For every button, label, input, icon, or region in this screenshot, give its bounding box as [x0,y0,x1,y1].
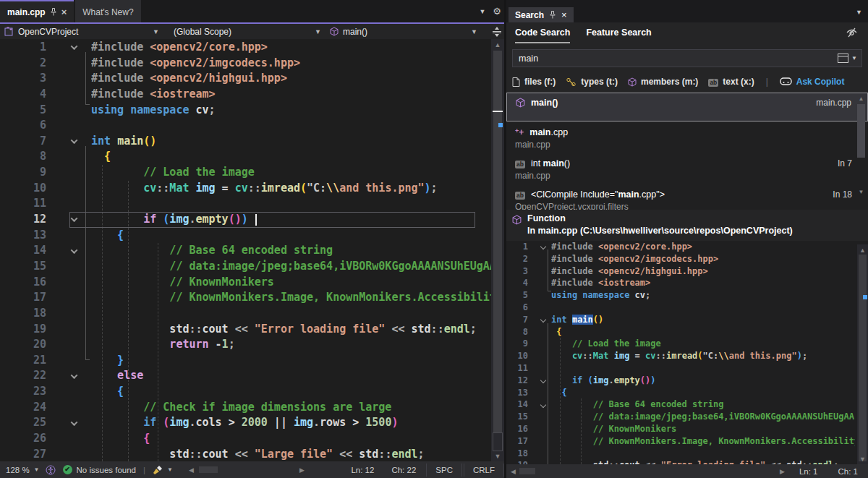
code-line-7[interactable]: 7int main() [506,314,855,326]
project-dropdown[interactable]: OpenCVProject ▼ [0,24,163,39]
code-editor[interactable]: 1#include <opencv2/core.hpp>2#include <o… [0,39,504,461]
code-line-7[interactable]: 7int main() [0,134,491,150]
scroll-right-icon[interactable]: ▶ [299,466,305,474]
search-result-row[interactable]: ab<ClCompile Include="main.cpp">In 18Ope… [506,185,868,210]
code-line-12[interactable]: 12if (img.empty()) [0,212,491,228]
scope-dropdown[interactable]: (Global Scope) ▼ [163,24,326,39]
fold-chevron-icon[interactable] [56,40,91,56]
code-line-14[interactable]: 14// Base 64 encoded string [506,398,855,411]
code-line-10[interactable]: 10cv::Mat img = cv::imread("C:\\and this… [0,181,491,197]
editor-vertical-scrollbar[interactable]: ▲ ▼ [491,39,504,461]
search-result-row[interactable]: ++main.cppmain.cpp [506,123,868,154]
scrollbar-thumb[interactable] [859,255,867,461]
code-line-17[interactable]: 17// KnownMonikers.Image, KnownMonikers.… [0,290,491,306]
code-line-3[interactable]: 3#include <opencv2/highgui.hpp> [0,71,491,87]
split-editor-handle[interactable] [493,27,504,37]
filter-files[interactable]: files (f:) [512,77,556,87]
code-line-1[interactable]: 1#include <opencv2/core.hpp> [0,40,491,56]
fold-chevron-icon[interactable] [56,243,91,259]
scroll-up-icon[interactable]: ▲ [856,95,867,102]
issues-status[interactable]: No issues found [77,466,136,474]
search-result-row[interactable]: main()main.cpp [506,93,868,121]
preview-visibility-icon[interactable] [846,27,858,38]
pin-icon[interactable] [50,8,57,16]
results-scrollbar[interactable]: ▲ ▼ [856,94,867,208]
fold-chevron-icon[interactable] [56,415,91,431]
chevron-down-icon[interactable]: ▼ [851,55,857,61]
tab-code-search[interactable]: Code Search [515,27,570,43]
scroll-down-icon[interactable]: ▼ [857,454,868,464]
scroll-right-icon[interactable]: ▶ [780,467,785,476]
code-line-18[interactable]: 18 [506,448,855,460]
tab-list-chevron-icon[interactable]: ▼ [479,8,485,15]
code-line-14[interactable]: 14// Base 64 encoded string [0,243,491,259]
code-line-12[interactable]: 12if (img.empty()) [506,375,855,387]
code-line-25[interactable]: 25if (img.cols > 2000 || img.rows > 1500… [0,415,491,431]
filter-text[interactable]: abtext (x:) [708,77,754,87]
code-line-22[interactable]: 22else [0,368,491,384]
scrollbar-thumb[interactable] [199,466,218,473]
close-icon[interactable]: × [561,9,567,20]
code-line-15[interactable]: 15// data:image/jpeg;base64,iVBORw0KGgoA… [506,411,855,423]
code-line-17[interactable]: 17// KnownMonikers.Image, KnownMonikers.… [506,435,855,448]
code-line-8[interactable]: 8{ [0,149,491,165]
scrollbar-thumb[interactable] [857,104,865,158]
scrollbar-thumb[interactable] [493,51,502,432]
cleanup-chevron-icon[interactable]: ▼ [164,466,179,473]
pin-icon[interactable] [549,11,556,19]
filter-members[interactable]: members (m:) [628,77,698,87]
code-cleanup-icon[interactable] [153,465,164,475]
gear-icon[interactable]: ⚙ [493,6,501,17]
code-line-21[interactable]: 21} [0,353,491,369]
preview-horizontal-scrollbar[interactable]: ◀ ▶ [511,467,785,476]
editor-horizontal-scrollbar[interactable]: ◀ ▶ [189,466,305,474]
zoom-level[interactable]: 128 % [0,466,34,474]
code-line-11[interactable]: 11 [0,196,491,212]
code-line-6[interactable]: 6 [0,118,491,134]
code-line-4[interactable]: 4#include <iostream> [506,277,855,289]
code-line-2[interactable]: 2#include <opencv2/imgcodecs.hpp> [506,253,855,265]
symbol-dropdown[interactable]: main() ▼ [326,24,482,39]
fold-chevron-icon[interactable] [535,314,551,326]
preview-vertical-scrollbar[interactable]: ▲ ▼ [857,244,868,464]
fold-chevron-icon[interactable] [56,212,91,228]
fold-chevron-icon[interactable] [535,241,551,253]
search-tool-tab[interactable]: Search × [509,7,574,22]
scroll-left-icon[interactable]: ◀ [511,467,516,476]
zoom-chevron-icon[interactable]: ▼ [34,466,46,473]
tab-main-cpp[interactable]: main.cpp × [0,0,74,22]
code-line-10[interactable]: 10cv::Mat img = cv::imread("C:\\and this… [506,350,855,362]
code-line-4[interactable]: 4#include <iostream> [0,87,491,103]
code-line-5[interactable]: 5using namespace cv; [506,289,855,302]
code-line-9[interactable]: 9// Load the image [0,165,491,181]
filter-types[interactable]: types (t:) [566,77,618,87]
fold-chevron-icon[interactable] [535,398,551,411]
code-line-24[interactable]: 24// Check if image dimensions are large [0,400,491,416]
tab-whats-new[interactable]: What's New? [75,0,140,22]
code-line-19[interactable]: 19std::cout << "Error loading file" << s… [0,322,491,338]
code-line-19[interactable]: 19std::cout << "Error loading file" << s… [506,459,855,464]
line-ending-mode[interactable]: CRLF [464,464,504,477]
scroll-up-icon[interactable]: ▲ [491,40,504,50]
fold-chevron-icon[interactable] [56,368,91,384]
code-line-2[interactable]: 2#include <opencv2/imgcodecs.hpp> [0,56,491,72]
search-result-row[interactable]: abint main()In 7main.cpp [506,154,868,185]
scroll-down-icon[interactable]: ▼ [491,451,504,461]
code-line-16[interactable]: 16// KnownMonikers [506,423,855,435]
code-line-13[interactable]: 13{ [0,228,491,244]
code-line-6[interactable]: 6 [506,302,855,314]
code-line-9[interactable]: 9// Load the image [506,338,855,350]
search-input[interactable] [513,54,838,64]
toolwindow-chevron-icon[interactable]: ▼ [856,9,862,16]
code-line-13[interactable]: 13{ [506,387,855,399]
code-line-5[interactable]: 5using namespace cv; [0,103,491,119]
preview-code-editor[interactable]: 1#include <opencv2/core.hpp>2#include <o… [506,241,868,464]
code-line-18[interactable]: 18 [0,306,491,322]
scroll-down-icon[interactable]: ▼ [856,189,867,195]
code-line-3[interactable]: 3#include <opencv2/highgui.hpp> [506,265,855,278]
tab-feature-search[interactable]: Feature Search [586,27,651,43]
space-mode[interactable]: SPC [426,464,462,477]
code-line-8[interactable]: 8{ [506,326,855,338]
code-line-23[interactable]: 23{ [0,384,491,400]
fold-chevron-icon[interactable] [535,375,551,387]
